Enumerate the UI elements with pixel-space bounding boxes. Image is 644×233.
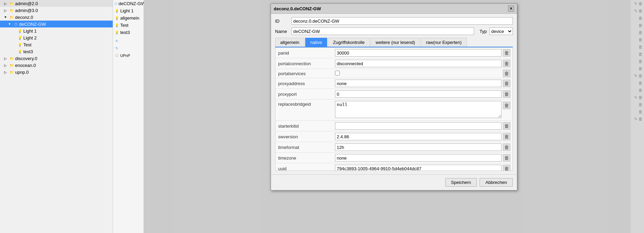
prop-delete-starterkitid[interactable]: 🗑 [503,122,510,130]
sidebar2-item-deCONZ-GW[interactable]: ⬡ deCONZ-GW [113,0,144,7]
prop-delete-uuid[interactable]: 🗑 [503,165,510,171]
sidebar2-item-upnp[interactable]: ⬡ UPnP [113,52,144,59]
prop-value-timezone [334,153,503,162]
prop-delete-timezone[interactable]: 🗑 [503,154,510,162]
prop-name-portalservices: portalservices [275,70,334,77]
prop-delete-timeformat[interactable]: 🗑 [503,143,510,151]
tab-allgemein[interactable]: allgemein [275,38,305,47]
prop-name-portalconnection: portalconnection [275,60,334,67]
prop-value-timeformat [334,143,503,152]
tab-raw[interactable]: raw(nur Experten) [421,38,467,47]
modal-close-button[interactable]: × [508,5,514,12]
sidebar-item-label: Light 1 [23,28,37,34]
prop-input-proxyaddress[interactable] [335,80,501,87]
prop-delete-proxyport[interactable]: 🗑 [503,90,510,98]
prop-name-proxyport: proxyport [275,91,334,97]
sidebar2-item-test3[interactable]: 💡 test3 [113,29,144,36]
sidebar2-item-test[interactable]: 💡 Test [113,22,144,29]
sidebar2-item-label: test3 [120,30,130,35]
sidebar-item-enocean0[interactable]: ▷ 📁 enocean.0 [0,62,113,69]
folder-icon: 📁 [9,1,14,6]
sidebar-item-test[interactable]: ▷ 💡 Test [0,41,113,48]
prop-input-uuid[interactable] [335,165,501,171]
sidebar-item-admin2[interactable]: ▷ 📁 admin@2.0 [0,0,113,7]
expand-placeholder-icon: ▷ [3,69,8,75]
prop-delete-portalconnection[interactable]: 🗑 [503,60,510,67]
expand-arrow-icon: ▼ [7,21,12,27]
prop-input-starterkitid[interactable] [335,122,501,130]
tab-native[interactable]: native [305,38,327,47]
prop-delete-proxyaddress[interactable]: 🗑 [503,80,510,87]
sidebar-item-deconz0[interactable]: ▼ 📁 deconz.0 [0,14,113,21]
prop-input-timeformat[interactable] [335,143,501,151]
prop-value-portalconnection [334,59,503,68]
prop-delete-panid[interactable]: 🗑 [503,49,510,57]
name-label: Name [275,29,289,34]
sidebar-item-admin3[interactable]: ▷ 📁 admin@3.0 [0,7,113,14]
prop-row-proxyaddress: proxyaddress 🗑 [275,78,512,89]
sidebar-item-label: upnp.0 [15,70,29,75]
sidebar2-item-arrow2[interactable]: ↻ [113,45,144,52]
prop-row-panid: panid 🗑 [275,48,512,58]
prop-name-panid: panid [275,50,334,56]
prop-row-portalconnection: portalconnection 🗑 [275,58,512,69]
prop-row-portalservices: portalservices 🗑 [275,69,512,78]
tabs-bar: allgemein native Zugriffskontrolle weite… [275,38,513,47]
sidebar-item-test3[interactable]: ▷ 💡 test3 [0,48,113,55]
sidebar2-item-light1[interactable]: 💡 Light 1 [113,7,144,14]
prop-delete-swversion[interactable]: 🗑 [503,133,510,140]
id-label: ID [275,19,289,24]
prop-textarea-replacesbridgeid[interactable]: null [335,101,501,118]
modal-title: deconz.0.deCONZ-GW [274,6,321,11]
type-select[interactable]: device channel state [490,27,513,35]
save-button[interactable]: Speichern [445,178,477,187]
prop-row-timezone: timezone 🗑 [275,153,512,163]
folder-icon: 📁 [9,69,14,75]
prop-name-starterkitid: starterkitid [275,123,334,129]
name-type-row: Name Typ device channel state [275,27,513,35]
prop-delete-replacesbridgeid[interactable]: 🗑 [503,102,510,109]
sidebar2: ⬡ deCONZ-GW 💡 Light 1 💡 allgemein 💡 Test… [113,0,144,233]
tab-weitere[interactable]: weitere (nur lesend) [371,38,420,47]
bulb-icon: 💡 [114,16,119,21]
prop-name-swversion: swversion [275,133,334,140]
sidebar-item-upnp0[interactable]: ▷ 📁 upnp.0 [0,69,113,75]
properties-container: panid 🗑 portalconnection 🗑 portals [275,47,513,171]
sidebar-item-label: admin@3.0 [15,8,38,13]
prop-value-proxyaddress [334,79,503,88]
cancel-button[interactable]: Abbrechen [480,178,513,187]
prop-input-swversion[interactable] [335,133,501,140]
sidebar-item-label: discovery.0 [15,56,37,61]
sidebar2-item-arrow1[interactable]: ↻ [113,37,144,45]
id-row: ID [275,17,513,25]
prop-row-replacesbridgeid: replacesbridgeid null 🗑 [275,100,512,121]
prop-row-starterkitid: starterkitid 🗑 [275,121,512,131]
name-input[interactable] [292,27,474,35]
bulb-icon: 💡 [114,9,119,13]
expand-arrow-icon: ▼ [3,14,8,20]
tab-zugriffskontrolle[interactable]: Zugriffskontrolle [328,38,370,47]
bulb-icon: 💡 [17,42,23,47]
id-input[interactable] [292,17,513,25]
prop-delete-portalservices[interactable]: 🗑 [503,70,510,77]
bulb-icon: 💡 [17,49,23,54]
prop-input-timezone[interactable] [335,154,501,162]
modal-titlebar: deconz.0.deCONZ-GW × [271,4,517,14]
modal-overlay: deconz.0.deCONZ-GW × ID Name Typ device … [144,0,644,233]
sidebar-item-deCONZ-GW[interactable]: ▼ ⬡ deCONZ-GW [0,21,113,27]
prop-input-portalconnection[interactable] [335,60,501,67]
sidebar2-item-light2[interactable]: 💡 allgemein [113,14,144,22]
prop-input-proxyport[interactable] [335,90,501,98]
expand-placeholder-icon: ▷ [3,8,8,13]
sidebar-item-label: deCONZ-GW [19,22,46,27]
sidebar-item-light2[interactable]: ▷ 💡 Light 2 [0,34,113,41]
prop-checkbox-portalservices[interactable] [335,71,340,75]
expand-placeholder-icon: ▷ [3,62,8,68]
prop-value-replacesbridgeid: null [334,100,503,120]
arrow-icon: ↻ [114,46,119,51]
folder-icon: 📁 [9,14,14,20]
sidebar-item-discovery0[interactable]: ▷ 📁 discovery.0 [0,55,113,62]
prop-value-panid [334,48,503,57]
prop-input-panid[interactable] [335,49,501,57]
sidebar-item-light1[interactable]: ▷ 💡 Light 1 [0,27,113,34]
